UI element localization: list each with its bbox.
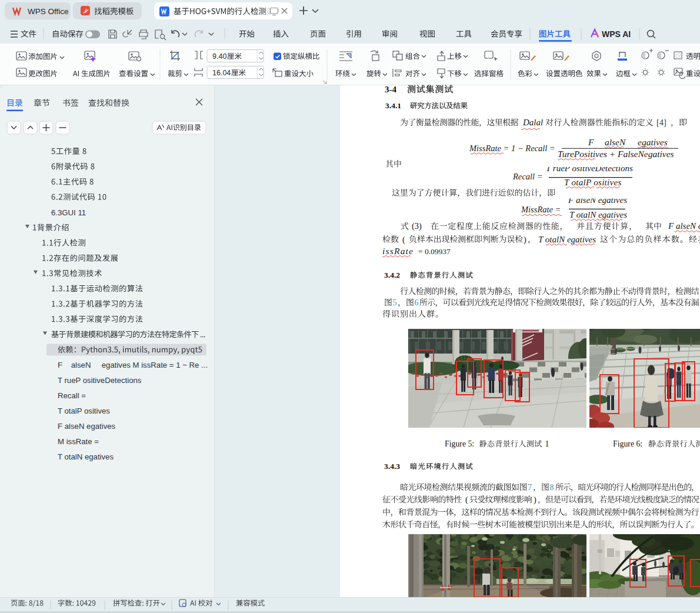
svg-text:(3): (3): [412, 221, 422, 231]
svg-text:3.4.1: 3.4.1: [385, 101, 401, 110]
svg-text:F alseN egatives: F alseN egatives: [668, 221, 700, 231]
svg-text:WPS AI: WPS AI: [602, 29, 631, 39]
svg-text:alseN: alseN: [605, 137, 626, 147]
svg-text:9.40: 9.40: [212, 52, 226, 61]
svg-text:Dalal: Dalal: [522, 118, 543, 127]
svg-text:16.04: 16.04: [212, 69, 231, 77]
svg-text:Figure 6:: Figure 6:: [613, 439, 642, 448]
svg-text:): ): [534, 495, 536, 505]
svg-text:3-4: 3-4: [385, 85, 396, 94]
svg-text:): ): [524, 235, 526, 245]
svg-text:1: 1: [545, 439, 549, 448]
svg-text:issRate: issRate: [382, 246, 414, 256]
svg-text:5: 5: [393, 298, 397, 307]
svg-text:[4]: [4]: [656, 118, 666, 127]
svg-text:7: 7: [528, 483, 532, 492]
svg-text:T otalP ositives: T otalP ositives: [58, 407, 110, 415]
svg-text:egatives: egatives: [638, 137, 668, 147]
svg-text:M issRate =: M issRate =: [58, 437, 99, 446]
svg-text:TurePositives + FalseNegatives: TurePositives + FalseNegatives: [558, 149, 674, 159]
svg-text:3.4.2: 3.4.2: [384, 271, 400, 279]
svg-text:= 0.09937: = 0.09937: [418, 247, 451, 256]
svg-text:Recall =: Recall =: [58, 391, 86, 400]
svg-text:T otalN egatives: T otalN egatives: [538, 235, 596, 244]
svg-text:F alseN egatives: F alseN egatives: [58, 422, 116, 431]
svg-text:T otalN egatives: T otalN egatives: [58, 452, 114, 461]
svg-text:Recall =: Recall =: [512, 172, 542, 181]
svg-text:MissRate = 1 − Recall =: MissRate = 1 − Recall =: [469, 144, 555, 153]
svg-text:3.4.3: 3.4.3: [384, 462, 400, 471]
svg-text:T otalN egatives: T otalN egatives: [569, 210, 627, 219]
svg-text:Figure 5:: Figure 5:: [445, 439, 474, 448]
svg-text:6: 6: [415, 298, 419, 307]
svg-text:F: F: [588, 137, 594, 147]
svg-text:MissRate =: MissRate =: [521, 205, 561, 214]
svg-text:(: (: [402, 235, 405, 245]
svg-text:(: (: [465, 495, 468, 505]
svg-text:F alseN egatives M issR: F alseN egatives M issRate = 1 − Re ...: [58, 361, 208, 369]
svg-text:T otalP ositives: T otalP ositives: [564, 178, 622, 187]
svg-text:WPS Office: WPS Office: [28, 7, 69, 16]
svg-text:6.3GUI 11: 6.3GUI 11: [51, 208, 86, 217]
svg-text:8: 8: [550, 483, 554, 492]
svg-text:T rueP ositiveDetections: T rueP ositiveDetections: [58, 376, 142, 385]
